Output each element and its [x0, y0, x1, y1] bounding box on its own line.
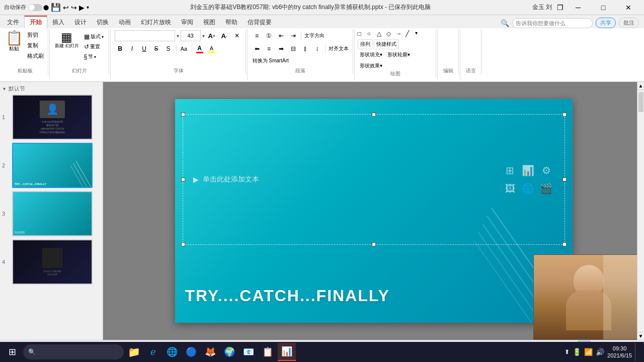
smartart-button[interactable]: 转换为 SmartArt: [252, 56, 290, 65]
share-button[interactable]: 共享: [596, 18, 616, 28]
slide-item-4[interactable]: 4 空白/先生/用友/国家刘金玉老师: [2, 239, 101, 285]
slide-item-1[interactable]: 1 👤 刘金玉的零基础VB教程057期vb6中的TRY CATCHFINALLY…: [2, 95, 101, 140]
handle-ml[interactable]: [181, 177, 185, 182]
tray-clock[interactable]: 09:30 2021/6/15: [607, 345, 632, 359]
decrease-indent-button[interactable]: ⇤: [276, 30, 287, 41]
scroll-down-button[interactable]: ▼: [637, 332, 645, 340]
tab-slideshow[interactable]: 幻灯片放映: [136, 17, 176, 28]
format-paint-button[interactable]: 格式刷: [25, 51, 46, 61]
qat-save[interactable]: 💾: [51, 3, 61, 12]
shape-more[interactable]: ▾: [415, 30, 424, 37]
align-center-button[interactable]: ≡: [264, 43, 275, 54]
tab-insert[interactable]: 插入: [47, 17, 69, 28]
insert-chart-icon[interactable]: 📊: [520, 162, 536, 178]
qat-present[interactable]: ▶: [79, 4, 85, 12]
tab-file[interactable]: 文件: [2, 17, 24, 28]
slide-bottom-text[interactable]: TRY....CATCH...FINALLY: [185, 287, 390, 305]
slide-thumb-1[interactable]: 👤 刘金玉的零基础VB教程057期vb6中的TRY CATCHFINALLY异常…: [12, 95, 93, 140]
change-case-button[interactable]: Aa: [179, 43, 190, 54]
tab-view[interactable]: 视图: [198, 17, 220, 28]
section-arrow[interactable]: ▼: [2, 86, 7, 92]
tab-animations[interactable]: 动画: [114, 17, 136, 28]
align-text-button[interactable]: 对齐文本: [328, 44, 350, 53]
tab-design[interactable]: 设计: [69, 17, 92, 28]
tab-transitions[interactable]: 切换: [92, 17, 114, 28]
numbered-list-button[interactable]: ①: [264, 30, 275, 41]
tab-home[interactable]: 开始: [24, 16, 47, 28]
shape-ellipse[interactable]: ○: [367, 30, 376, 37]
shape-diamond[interactable]: ◇: [386, 30, 395, 37]
tab-review[interactable]: 审阅: [176, 17, 198, 28]
italic-button[interactable]: I: [127, 43, 138, 54]
handle-tm[interactable]: [372, 113, 376, 117]
add-text-hint[interactable]: 单击此处添加文本: [203, 175, 259, 184]
vertical-scrollbar[interactable]: ▲ ▼: [637, 82, 644, 340]
align-right-button[interactable]: ➡: [276, 43, 287, 54]
slide-item-2[interactable]: 2 TRY....CATCH...FINALLY: [2, 143, 101, 188]
taskbar-app2[interactable]: 📧: [239, 343, 258, 361]
columns-button[interactable]: ⫿: [300, 43, 311, 54]
insert-video-icon[interactable]: 🎬: [538, 180, 554, 197]
handle-br[interactable]: [562, 242, 567, 246]
insert-picture-icon[interactable]: 🖼: [502, 180, 518, 197]
section-button[interactable]: §节▾: [82, 52, 106, 61]
shape-outline-button[interactable]: 形状轮廓▾: [385, 50, 412, 59]
bullet-list-button[interactable]: ≡: [252, 30, 263, 41]
line-spacing-button[interactable]: ↕: [312, 43, 323, 54]
taskbar-chrome[interactable]: 🔵: [182, 343, 200, 361]
qat-redo[interactable]: ↪: [71, 4, 77, 12]
qat-undo[interactable]: ↩: [63, 4, 69, 12]
insert-table-icon[interactable]: ⊞: [502, 162, 518, 178]
new-slide-button[interactable]: ▦ 新建 幻灯片: [54, 30, 80, 50]
taskbar-firefox[interactable]: 🦊: [201, 343, 219, 361]
taskbar-search[interactable]: 🔍: [23, 344, 124, 359]
font-shadow-button[interactable]: S: [163, 43, 174, 54]
scroll-thumb[interactable]: [638, 92, 643, 112]
paste-button[interactable]: 📋 粘贴: [4, 30, 24, 53]
show-desktop-button[interactable]: [635, 343, 638, 361]
shape-line[interactable]: ╱: [406, 30, 415, 37]
insert-smartart-icon[interactable]: ⚙: [538, 162, 554, 178]
arrange-button[interactable]: 排列: [358, 39, 373, 49]
close-button[interactable]: ✕: [617, 0, 640, 15]
taskbar-app3[interactable]: 📋: [259, 343, 277, 361]
handle-bm[interactable]: [372, 242, 376, 246]
search-input[interactable]: [512, 18, 593, 28]
font-clear-button[interactable]: ✕: [231, 30, 243, 41]
taskbar-edge[interactable]: 🌐: [163, 343, 181, 361]
shape-fill-button[interactable]: 形状填充▾: [358, 50, 384, 59]
taskbar-app1[interactable]: 🌍: [220, 343, 238, 361]
tray-show-desktop[interactable]: ⬆: [565, 348, 570, 355]
minimize-button[interactable]: ─: [567, 0, 590, 15]
shape-arrow[interactable]: →: [396, 30, 405, 37]
slide-thumb-2[interactable]: TRY....CATCH...FINALLY: [12, 143, 93, 188]
main-slide[interactable]: ▶ 单击此处添加文本 ⊞ 📊 ⚙ 🖼 🌐 🎬 TRY....CATCH...FI: [175, 99, 573, 323]
strikethrough-button[interactable]: S: [151, 43, 162, 54]
content-placeholder[interactable]: ▶ 单击此处添加文本 ⊞ 📊 ⚙ 🖼 🌐 🎬: [183, 114, 565, 245]
copy-button[interactable]: 复制: [25, 41, 46, 50]
bold-button[interactable]: B: [115, 43, 126, 54]
cut-button[interactable]: 剪切: [25, 30, 46, 40]
comment-button[interactable]: 批注: [619, 18, 639, 28]
underline-button[interactable]: U: [139, 43, 150, 54]
insert-online-picture-icon[interactable]: 🌐: [520, 180, 536, 197]
restore-icon[interactable]: ❐: [557, 4, 564, 12]
handle-tr[interactable]: [562, 113, 567, 117]
taskbar-ie[interactable]: ℯ: [144, 343, 162, 361]
shape-rect[interactable]: □: [358, 30, 367, 37]
text-direction-button[interactable]: 文字方向: [303, 31, 326, 40]
shape-triangle[interactable]: △: [377, 30, 386, 37]
tab-background[interactable]: 信背提要: [243, 17, 277, 28]
font-color-button[interactable]: A: [194, 43, 205, 54]
justify-button[interactable]: ⊟: [288, 43, 299, 54]
font-size-input[interactable]: [181, 30, 201, 41]
reset-button[interactable]: ↺重置: [82, 42, 106, 51]
shape-effect-button[interactable]: 形状效果▾: [358, 62, 384, 69]
slide-item-3[interactable]: 3 语言使用: [2, 191, 101, 236]
align-left-button[interactable]: ⬅: [252, 43, 263, 54]
quick-styles-button[interactable]: 快捷样式: [374, 39, 399, 49]
handle-bl[interactable]: [181, 242, 185, 246]
font-name-input[interactable]: [115, 30, 175, 41]
layout-button[interactable]: ▦版式▾: [82, 32, 106, 41]
increase-indent-button[interactable]: ⇥: [288, 30, 299, 41]
